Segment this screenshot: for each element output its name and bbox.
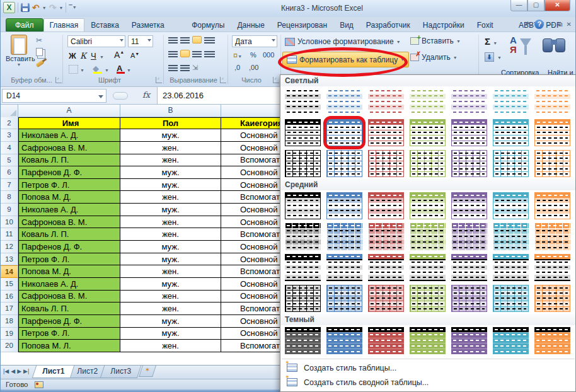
cell[interactable]: муж. bbox=[120, 166, 221, 179]
table-style-thumb-dk1-red[interactable] bbox=[368, 327, 404, 354]
table-style-thumb-lt2-red[interactable] bbox=[368, 119, 404, 146]
table-style-thumb-md1-olive[interactable] bbox=[410, 192, 446, 219]
table-style-thumb-dk1-blue[interactable] bbox=[326, 327, 362, 354]
bold-button[interactable]: Ж bbox=[69, 51, 76, 61]
table-style-thumb-lt1-purple[interactable] bbox=[451, 88, 487, 115]
cell[interactable]: Парфенов Д. Ф. bbox=[18, 241, 120, 253]
table-style-thumb-lt1-olive[interactable] bbox=[410, 88, 446, 115]
currency-icon[interactable]: ¤▼ bbox=[233, 50, 242, 60]
font-color-dropdown-icon[interactable]: ▼ bbox=[127, 68, 131, 72]
clipboard-dialog-launcher-icon[interactable] bbox=[55, 77, 62, 83]
customize-qat-icon[interactable]: ▔▼ bbox=[69, 5, 76, 10]
row-header-15[interactable]: 15 bbox=[1, 278, 18, 291]
table-style-thumb-lt1-blue[interactable] bbox=[326, 88, 362, 115]
cell[interactable]: жен. bbox=[120, 191, 221, 204]
row-header-3[interactable]: 3 bbox=[1, 129, 18, 142]
cell[interactable]: Николаев А. Д. bbox=[18, 278, 120, 291]
table-style-thumb-md2-blue[interactable] bbox=[326, 223, 362, 250]
macro-record-icon[interactable] bbox=[35, 381, 43, 388]
wrap-text-icon[interactable]: ⇲ bbox=[192, 64, 198, 72]
table-style-thumb-md1-purple[interactable] bbox=[451, 192, 487, 219]
borders-button[interactable] bbox=[69, 65, 78, 74]
tab-Данные[interactable]: Данные bbox=[231, 18, 270, 32]
table-style-thumb-md4-olive[interactable] bbox=[410, 285, 446, 312]
copy-icon[interactable] bbox=[36, 48, 43, 56]
sort-filter-button[interactable]: АЯ bbox=[509, 36, 534, 61]
next-sheet-icon[interactable]: ▶ bbox=[17, 368, 21, 374]
thousands-button[interactable]: 000 bbox=[263, 51, 274, 59]
row-header-6[interactable]: 6 bbox=[1, 166, 18, 179]
cell[interactable]: жен. bbox=[120, 265, 221, 278]
undo-dropdown-icon[interactable]: ▼ bbox=[42, 6, 47, 10]
table-style-thumb-md4-blue[interactable] bbox=[326, 285, 362, 312]
tab-Вставка[interactable]: Вставка bbox=[84, 18, 125, 32]
first-sheet-icon[interactable]: |◀ bbox=[3, 368, 9, 374]
shrink-font-button[interactable]: А▼ bbox=[130, 52, 139, 59]
table-style-thumb-lt3-orange[interactable] bbox=[534, 150, 570, 177]
row-header-18[interactable]: 18 bbox=[1, 315, 18, 328]
excel-logo-icon[interactable]: X bbox=[3, 2, 15, 13]
table-style-thumb-lt2-aqua[interactable] bbox=[493, 119, 529, 146]
table-style-thumb-md2-orange[interactable] bbox=[534, 223, 570, 250]
orientation-icon[interactable] bbox=[204, 36, 215, 43]
close-button[interactable]: ✕ bbox=[544, 0, 570, 11]
row-header-9[interactable]: 9 bbox=[1, 204, 18, 216]
cell[interactable]: Коваль Л. П. bbox=[18, 228, 120, 241]
cell[interactable]: Петров Ф. Л. bbox=[18, 253, 120, 266]
cell[interactable]: жен. bbox=[120, 154, 221, 167]
table-style-thumb-lt3-aqua[interactable] bbox=[493, 150, 529, 177]
cell[interactable]: муж. bbox=[120, 328, 221, 340]
table-style-thumb-md1-blue[interactable] bbox=[326, 192, 362, 219]
align-bottom-icon[interactable] bbox=[192, 36, 202, 43]
row-header-10[interactable]: 10 bbox=[1, 216, 18, 229]
table-style-thumb-md4-red[interactable] bbox=[368, 285, 404, 312]
cell[interactable]: муж. bbox=[120, 241, 221, 253]
create-table-style-item[interactable]: Создать стиль таблицы... bbox=[280, 360, 576, 375]
row-header-16[interactable]: 16 bbox=[1, 291, 18, 303]
tab-Формулы[interactable]: Формулы bbox=[185, 18, 231, 32]
fill-dropdown-icon[interactable]: ▼ bbox=[105, 68, 109, 72]
row-header-4[interactable]: 4 bbox=[1, 142, 18, 154]
sheet-tab-Лист1[interactable]: Лист1 bbox=[32, 366, 75, 378]
conditional-formatting-button[interactable]: Условное форматирование ▼ bbox=[282, 35, 403, 49]
table-style-thumb-md3-orange[interactable] bbox=[534, 254, 570, 281]
table-style-thumb-md2-olive[interactable] bbox=[410, 223, 446, 250]
grow-font-button[interactable]: А▲ bbox=[114, 50, 124, 60]
cell[interactable]: Сафронова В. М. bbox=[18, 291, 120, 303]
fill-color-button[interactable]: ◆ bbox=[93, 64, 99, 73]
table-style-thumb-md2-red[interactable] bbox=[368, 223, 404, 250]
paste-dropdown-icon[interactable]: ▼ bbox=[6, 62, 32, 67]
table-style-thumb-dk1-orange[interactable] bbox=[534, 327, 570, 354]
row-header-17[interactable]: 17 bbox=[1, 303, 18, 315]
prev-sheet-icon[interactable]: ◀ bbox=[11, 368, 15, 374]
table-style-thumb-lt2-black[interactable] bbox=[285, 119, 321, 146]
table-style-thumb-dk1-purple[interactable] bbox=[451, 327, 487, 354]
table-style-thumb-lt3-red[interactable] bbox=[368, 150, 404, 177]
table-style-thumb-lt1-red[interactable] bbox=[368, 88, 404, 115]
align-top-icon[interactable] bbox=[168, 36, 178, 43]
font-size-combo[interactable]: 11 bbox=[128, 35, 153, 47]
table-style-thumb-md1-red[interactable] bbox=[368, 192, 404, 219]
cell[interactable]: Попова М. Д. bbox=[18, 265, 120, 278]
cell[interactable]: Коваль Л. П. bbox=[18, 303, 120, 315]
create-pivot-style-item[interactable]: Создать стиль сводной таблицы... bbox=[280, 375, 576, 389]
table-style-thumb-md1-aqua[interactable] bbox=[493, 192, 529, 219]
cell[interactable]: муж. bbox=[120, 179, 221, 192]
minimize-button[interactable]: — bbox=[510, 0, 527, 11]
number-dialog-launcher-icon[interactable] bbox=[273, 77, 279, 83]
percent-button[interactable]: % bbox=[250, 51, 256, 59]
redo-icon[interactable]: ↷ bbox=[49, 3, 57, 13]
increase-indent-icon[interactable] bbox=[180, 64, 190, 71]
align-center-icon[interactable] bbox=[180, 50, 190, 57]
align-right-icon[interactable] bbox=[192, 50, 202, 57]
format-painter-icon[interactable] bbox=[35, 60, 44, 67]
cell[interactable]: Попова М. Л. bbox=[18, 340, 120, 352]
cell[interactable]: Сафронова В. М. bbox=[18, 142, 120, 154]
cell[interactable]: Парфенов Д. Ф. bbox=[18, 315, 120, 328]
doc-minimize-icon[interactable]: — bbox=[548, 20, 554, 29]
cell[interactable]: муж. bbox=[120, 253, 221, 266]
cell[interactable]: Петров Ф. Л. bbox=[18, 328, 120, 340]
font-name-combo[interactable]: Calibri bbox=[67, 35, 125, 47]
cell[interactable]: жен. bbox=[120, 216, 221, 229]
table-style-thumb-md2-aqua[interactable] bbox=[493, 223, 529, 250]
